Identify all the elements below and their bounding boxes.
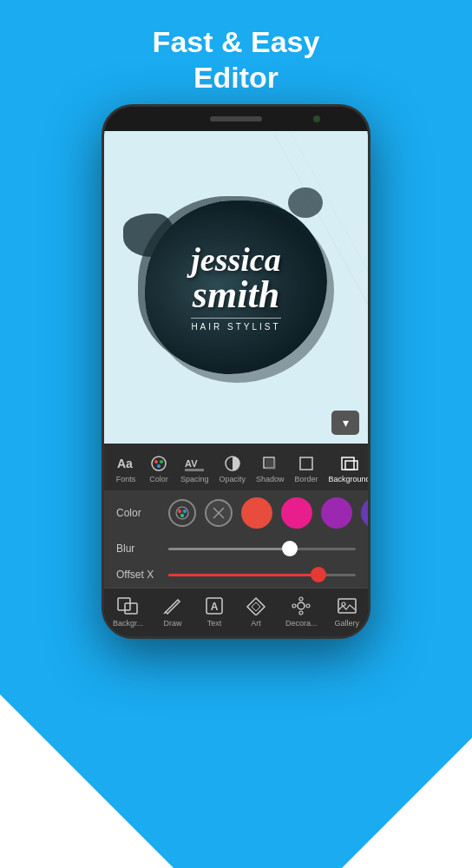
chevron-icon: ▾ [343,416,349,430]
svg-rect-32 [338,599,356,613]
gallery-nav-label: Gallery [334,619,359,628]
svg-point-27 [298,602,305,609]
background-nav-icon [115,595,140,616]
chevron-button[interactable]: ▾ [331,411,359,435]
svg-text:A: A [211,601,219,613]
color-red[interactable] [241,497,272,529]
svg-line-24 [164,612,166,614]
color-purple[interactable] [321,497,352,529]
title-line1: Fast & Easy [153,25,320,58]
gallery-nav-icon [335,595,359,616]
svg-point-29 [299,611,303,615]
hair-stylist-label: HAIR STYLIST [191,318,280,332]
page-title: Fast & Easy Editor [0,0,472,109]
draw-nav-icon [161,595,185,616]
phone-mockup: jessica smith HAIR STYLIST ▾ Aa [102,104,370,639]
svg-rect-15 [345,461,357,470]
svg-point-19 [180,514,184,517]
bg-triangle-left [0,694,174,868]
border-icon [295,454,318,473]
toolbar-area: Aa Fonts Color [104,444,368,490]
nav-decora[interactable]: Decora... [285,595,318,628]
svg-rect-12 [266,459,276,470]
color-palette-button[interactable] [168,499,196,527]
svg-rect-13 [300,457,312,470]
phone-camera [313,115,320,122]
svg-point-30 [292,604,296,608]
color-option-row: Color [104,490,368,536]
svg-rect-23 [125,603,137,614]
svg-text:AV: AV [185,458,198,469]
phone-body: jessica smith HAIR STYLIST ▾ Aa [102,104,370,639]
nav-text[interactable]: A Text [202,595,226,628]
spacing-label: Spacing [180,475,209,483]
blur-option-row: Blur [104,536,368,562]
toolbar-row: Aa Fonts Color [104,450,368,487]
background-icon [338,454,361,473]
opacity-label: Opacity [220,475,246,483]
blur-slider-thumb[interactable] [282,541,298,556]
offset-x-option-row: Offset X [104,562,368,588]
toolbar-shadow[interactable]: Shadow [251,450,290,487]
name-jessica: jessica [191,243,280,276]
offset-x-slider-thumb[interactable] [311,567,326,582]
shadow-icon [259,454,281,473]
opacity-icon [221,454,244,473]
phone-speaker [210,116,262,122]
draw-nav-label: Draw [163,619,181,628]
toolbar-background[interactable]: Background [324,450,370,487]
art-nav-icon [244,595,268,616]
toolbar-border[interactable]: Border [290,450,324,487]
nav-background[interactable]: Backgr... [113,595,143,628]
color-option-label: Color [116,507,160,519]
toolbar-fonts[interactable]: Aa Fonts [109,450,142,487]
svg-point-3 [152,457,166,470]
color-dark-purple[interactable] [361,497,370,529]
text-nav-label: Text [207,619,222,628]
name-smith: smith [191,276,280,314]
blur-option-label: Blur [116,542,160,555]
blob-splash-top [288,187,323,218]
svg-point-28 [299,597,303,601]
svg-point-33 [342,602,345,606]
phone-top-bar [104,107,368,131]
border-label: Border [295,475,318,483]
offset-x-slider-fill [168,574,318,576]
fonts-label: Fonts [116,475,136,483]
art-nav-label: Art [251,619,261,628]
nav-draw[interactable]: Draw [161,595,185,628]
toolbar-spacing[interactable]: AV Spacing [175,450,214,487]
canvas-area: jessica smith HAIR STYLIST ▾ [104,131,368,444]
nav-art[interactable]: Art [244,595,268,628]
toolbar-color[interactable]: Color [142,450,175,487]
offset-x-slider-track[interactable] [168,574,356,576]
svg-point-6 [157,464,161,468]
svg-rect-14 [342,457,354,470]
background-label: Background [329,475,370,483]
svg-point-18 [183,510,187,513]
background-nav-label: Backgr... [113,619,143,628]
color-pink[interactable] [281,497,312,529]
color-label: Color [149,475,168,483]
svg-rect-22 [118,598,130,610]
decora-nav-icon [289,595,313,616]
toolbar-opacity[interactable]: Opacity [214,450,252,487]
blur-slider-fill [168,548,290,550]
watercolor-blob: jessica smith HAIR STYLIST [141,196,331,378]
shadow-label: Shadow [256,475,285,483]
bg-triangle-right [342,738,472,868]
bottom-nav: Backgr... Draw A Text [104,588,368,636]
nav-gallery[interactable]: Gallery [334,595,359,628]
title-line2: Editor [193,61,279,94]
svg-point-4 [154,460,158,464]
no-color-button[interactable] [205,499,233,527]
blur-slider-track[interactable] [168,548,356,550]
fonts-icon: Aa [115,454,137,473]
color-icon [148,454,170,473]
svg-point-31 [306,604,310,608]
svg-point-17 [178,510,181,513]
spacing-icon: AV [183,454,206,473]
text-nav-icon: A [202,595,226,616]
decora-nav-label: Decora... [285,619,318,628]
options-panel: Color [104,490,368,588]
